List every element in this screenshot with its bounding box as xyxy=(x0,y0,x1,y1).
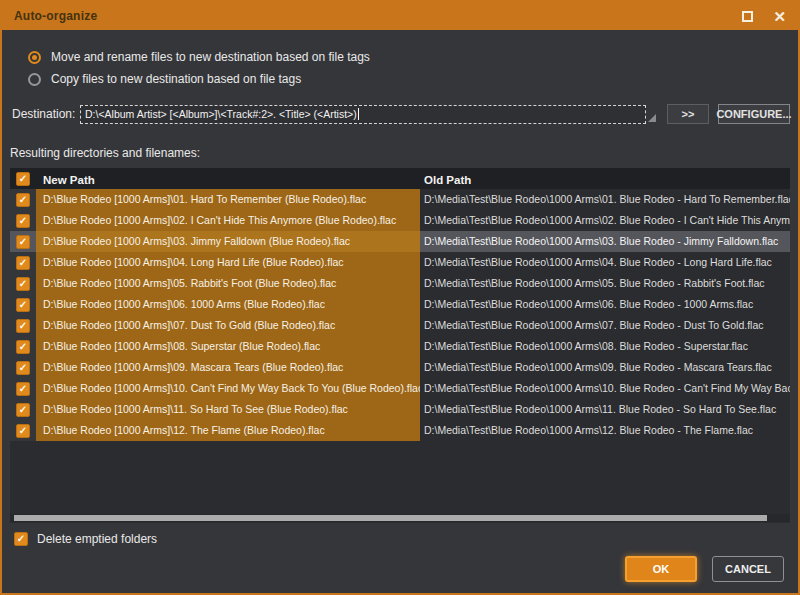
table-row[interactable]: ✓ D:\Blue Rodeo [1000 Arms]\12. The Flam… xyxy=(10,420,790,441)
table-row[interactable]: ✓ D:\Blue Rodeo [1000 Arms]\05. Rabbit's… xyxy=(10,273,790,294)
check-icon: ✓ xyxy=(19,405,27,415)
maximize-button[interactable] xyxy=(742,11,753,22)
check-icon: ✓ xyxy=(19,174,27,184)
row-checkbox[interactable]: ✓ xyxy=(16,361,30,375)
new-path-cell[interactable]: D:\Blue Rodeo [1000 Arms]\03. Jimmy Fall… xyxy=(36,231,420,252)
row-checkbox[interactable]: ✓ xyxy=(16,403,30,417)
row-checkbox-cell[interactable]: ✓ xyxy=(10,378,36,399)
row-checkbox-cell[interactable]: ✓ xyxy=(10,189,36,210)
new-path-cell[interactable]: D:\Blue Rodeo [1000 Arms]\12. The Flame … xyxy=(36,420,420,441)
row-checkbox-cell[interactable]: ✓ xyxy=(10,315,36,336)
titlebar[interactable]: Auto-organize ✕ xyxy=(2,2,798,30)
row-checkbox-cell[interactable]: ✓ xyxy=(10,399,36,420)
row-checkbox-cell[interactable]: ✓ xyxy=(10,252,36,273)
table-row[interactable]: ✓ D:\Blue Rodeo [1000 Arms]\09. Mascara … xyxy=(10,357,790,378)
new-path-cell[interactable]: D:\Blue Rodeo [1000 Arms]\09. Mascara Te… xyxy=(36,357,420,378)
check-icon: ✓ xyxy=(19,342,27,352)
check-icon: ✓ xyxy=(19,300,27,310)
radio-icon[interactable] xyxy=(28,51,41,64)
table-row[interactable]: ✓ D:\Blue Rodeo [1000 Arms]\10. Can't Fi… xyxy=(10,378,790,399)
header-new-path[interactable]: New Path xyxy=(36,170,420,188)
row-checkbox-cell[interactable]: ✓ xyxy=(10,231,36,252)
table-row[interactable]: ✓ D:\Blue Rodeo [1000 Arms]\01. Hard To … xyxy=(10,189,790,210)
cancel-button[interactable]: CANCEL xyxy=(712,556,784,582)
table-empty-area xyxy=(10,441,790,514)
row-checkbox-cell[interactable]: ✓ xyxy=(10,294,36,315)
check-icon: ✓ xyxy=(17,534,25,544)
header-checkbox-cell[interactable]: ✓ xyxy=(10,172,36,186)
table-rows: ✓ D:\Blue Rodeo [1000 Arms]\01. Hard To … xyxy=(10,189,790,441)
ok-button[interactable]: OK xyxy=(625,556,697,582)
new-path-cell[interactable]: D:\Blue Rodeo [1000 Arms]\08. Superstar … xyxy=(36,336,420,357)
results-table: ✓ New Path Old Path ✓ D:\Blue Rodeo [100… xyxy=(10,168,790,523)
destination-input[interactable]: D:\<Album Artist> [<Album>]\<Track#:2>. … xyxy=(80,105,646,124)
delete-emptied-label[interactable]: Delete emptied folders xyxy=(37,532,157,546)
row-checkbox[interactable]: ✓ xyxy=(16,340,30,354)
row-checkbox[interactable]: ✓ xyxy=(16,382,30,396)
row-checkbox[interactable]: ✓ xyxy=(16,214,30,228)
new-path-cell[interactable]: D:\Blue Rodeo [1000 Arms]\04. Long Hard … xyxy=(36,252,420,273)
new-path-cell[interactable]: D:\Blue Rodeo [1000 Arms]\06. 1000 Arms … xyxy=(36,294,420,315)
row-checkbox-cell[interactable]: ✓ xyxy=(10,357,36,378)
old-path-cell[interactable]: D:\Media\Test\Blue Rodeo\1000 Arms\04. B… xyxy=(420,252,790,273)
table-header: ✓ New Path Old Path xyxy=(10,168,790,189)
row-checkbox[interactable]: ✓ xyxy=(16,235,30,249)
old-path-cell[interactable]: D:\Media\Test\Blue Rodeo\1000 Arms\02. B… xyxy=(420,210,790,231)
new-path-cell[interactable]: D:\Blue Rodeo [1000 Arms]\10. Can't Find… xyxy=(36,378,420,399)
horizontal-scrollbar[interactable] xyxy=(10,514,790,522)
row-checkbox[interactable]: ✓ xyxy=(16,256,30,270)
select-all-checkbox[interactable]: ✓ xyxy=(16,172,30,186)
mode-options: Move and rename files to new destination… xyxy=(28,46,790,90)
row-checkbox-cell[interactable]: ✓ xyxy=(10,273,36,294)
row-checkbox-cell[interactable]: ✓ xyxy=(10,210,36,231)
auto-organize-dialog: Auto-organize ✕ Move and rename files to… xyxy=(0,0,800,595)
delete-emptied-row: ✓ Delete emptied folders xyxy=(14,530,790,548)
new-path-cell[interactable]: D:\Blue Rodeo [1000 Arms]\01. Hard To Re… xyxy=(36,189,420,210)
table-row[interactable]: ✓ D:\Blue Rodeo [1000 Arms]\08. Supersta… xyxy=(10,336,790,357)
old-path-cell[interactable]: D:\Media\Test\Blue Rodeo\1000 Arms\03. B… xyxy=(420,231,790,252)
old-path-cell[interactable]: D:\Media\Test\Blue Rodeo\1000 Arms\06. B… xyxy=(420,294,790,315)
row-checkbox-cell[interactable]: ✓ xyxy=(10,336,36,357)
new-path-cell[interactable]: D:\Blue Rodeo [1000 Arms]\05. Rabbit's F… xyxy=(36,273,420,294)
radio-option-move[interactable]: Move and rename files to new destination… xyxy=(28,46,790,68)
expand-button[interactable]: >> xyxy=(667,104,709,124)
old-path-cell[interactable]: D:\Media\Test\Blue Rodeo\1000 Arms\01. B… xyxy=(420,189,790,210)
close-button[interactable]: ✕ xyxy=(773,9,786,24)
check-icon: ✓ xyxy=(19,321,27,331)
row-checkbox[interactable]: ✓ xyxy=(16,298,30,312)
new-path-cell[interactable]: D:\Blue Rodeo [1000 Arms]\02. I Can't Hi… xyxy=(36,210,420,231)
scrollbar-thumb[interactable] xyxy=(14,515,767,521)
old-path-cell[interactable]: D:\Media\Test\Blue Rodeo\1000 Arms\12. B… xyxy=(420,420,790,441)
old-path-cell[interactable]: D:\Media\Test\Blue Rodeo\1000 Arms\05. B… xyxy=(420,273,790,294)
new-path-cell[interactable]: D:\Blue Rodeo [1000 Arms]\07. Dust To Go… xyxy=(36,315,420,336)
old-path-cell[interactable]: D:\Media\Test\Blue Rodeo\1000 Arms\11. B… xyxy=(420,399,790,420)
old-path-cell[interactable]: D:\Media\Test\Blue Rodeo\1000 Arms\07. B… xyxy=(420,315,790,336)
radio-option-copy[interactable]: Copy files to new destination based on f… xyxy=(28,68,790,90)
destination-label: Destination: xyxy=(12,107,80,121)
header-old-path[interactable]: Old Path xyxy=(420,170,790,188)
row-checkbox-cell[interactable]: ✓ xyxy=(10,420,36,441)
table-row[interactable]: ✓ D:\Blue Rodeo [1000 Arms]\04. Long Har… xyxy=(10,252,790,273)
old-path-cell[interactable]: D:\Media\Test\Blue Rodeo\1000 Arms\08. B… xyxy=(420,336,790,357)
row-checkbox[interactable]: ✓ xyxy=(16,319,30,333)
check-icon: ✓ xyxy=(19,216,27,226)
table-row[interactable]: ✓ D:\Blue Rodeo [1000 Arms]\06. 1000 Arm… xyxy=(10,294,790,315)
table-row[interactable]: ✓ D:\Blue Rodeo [1000 Arms]\11. So Hard … xyxy=(10,399,790,420)
radio-icon[interactable] xyxy=(28,73,41,86)
table-row[interactable]: ✓ D:\Blue Rodeo [1000 Arms]\07. Dust To … xyxy=(10,315,790,336)
row-checkbox[interactable]: ✓ xyxy=(16,277,30,291)
table-row[interactable]: ✓ D:\Blue Rodeo [1000 Arms]\03. Jimmy Fa… xyxy=(10,231,790,252)
radio-option-copy-label: Copy files to new destination based on f… xyxy=(51,72,301,86)
row-checkbox[interactable]: ✓ xyxy=(16,424,30,438)
destination-row: Destination: D:\<Album Artist> [<Album>]… xyxy=(12,103,790,125)
row-checkbox[interactable]: ✓ xyxy=(16,193,30,207)
new-path-cell[interactable]: D:\Blue Rodeo [1000 Arms]\11. So Hard To… xyxy=(36,399,420,420)
destination-value: D:\<Album Artist> [<Album>]\<Track#:2>. … xyxy=(85,108,357,120)
table-row[interactable]: ✓ D:\Blue Rodeo [1000 Arms]\02. I Can't … xyxy=(10,210,790,231)
old-path-cell[interactable]: D:\Media\Test\Blue Rodeo\1000 Arms\09. B… xyxy=(420,357,790,378)
resize-grip-icon[interactable] xyxy=(648,114,656,122)
configure-button[interactable]: CONFIGURE... xyxy=(718,104,790,124)
check-icon: ✓ xyxy=(19,384,27,394)
old-path-cell[interactable]: D:\Media\Test\Blue Rodeo\1000 Arms\10. B… xyxy=(420,378,790,399)
delete-emptied-checkbox[interactable]: ✓ xyxy=(14,532,28,546)
